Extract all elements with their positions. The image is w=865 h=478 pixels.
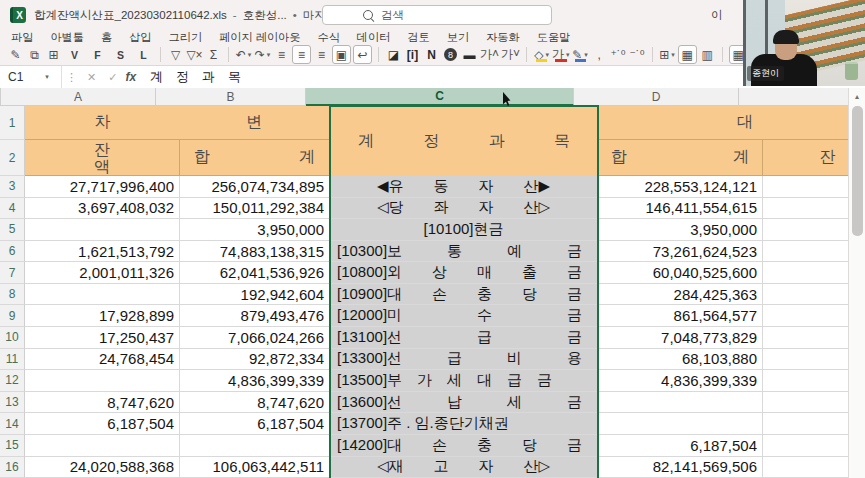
cell-c10-account[interactable]: [13100]선 급 금 [330,327,598,349]
row-header-5[interactable]: 5 [0,219,25,241]
cell-b6[interactable]: 74,883,138,315 [180,241,330,263]
row-header-13[interactable]: 13 [0,392,25,414]
cell-a6[interactable]: 1,621,513,792 [25,241,180,263]
chart-icon[interactable]: N [423,46,440,63]
column-header-B[interactable]: B [156,88,306,106]
border-all-icon[interactable]: ▦ [678,45,697,64]
cell-b14[interactable]: 6,187,504 [180,413,330,435]
menu-item-3[interactable]: 삽입 [129,30,151,45]
brackets-icon[interactable]: [i] [404,46,421,63]
fill-color-icon[interactable]: ◇▾ [533,46,550,63]
border-outside-icon[interactable]: ▥ [699,46,716,63]
row-header-14[interactable]: 14 [0,413,25,435]
column-header-D[interactable]: D [574,88,739,106]
cell-b2-total-label[interactable]: 합계 [180,140,330,176]
menu-item-5[interactable]: 페이지 레이아웃 [219,30,300,45]
cell-b3[interactable]: 256,074,734,895 [180,176,330,198]
cell-d7[interactable]: 60,040,525,600 [598,262,763,284]
cell-b15[interactable] [180,435,330,457]
account-name-partial[interactable]: 이 [711,8,723,23]
paste-icon[interactable]: ⊞ [45,46,62,63]
cell-c15-account[interactable]: [14200]대 손 충 당 금 [330,435,598,457]
cell-b13[interactable]: 8,747,620 [180,392,330,414]
row-header-12[interactable]: 12 [0,370,25,392]
cell-a11[interactable]: 24,768,454 [25,349,180,371]
row-header-15[interactable]: 15 [0,435,25,457]
align-left-icon[interactable]: ≡ [273,46,290,63]
insert-function-icon[interactable]: fx [125,70,136,84]
cell-d13[interactable] [598,392,763,414]
cell-a4[interactable]: 3,697,408,032 [25,198,180,220]
cell-a7[interactable]: 2,001,011,326 [25,262,180,284]
menu-item-8[interactable]: 검토 [407,30,429,45]
cell-c7-account[interactable]: [10800]외 상 매 출 금 [330,262,598,284]
macro-v-button[interactable]: V [66,46,83,63]
menu-item-1[interactable]: 아별툴 [50,30,84,45]
cell-c1-account-title[interactable]: 계정과목 [330,106,598,176]
cell-b4[interactable]: 150,011,292,384 [180,198,330,220]
cell-d5[interactable]: 3,950,000 [598,219,763,241]
format-painter-icon[interactable]: ✎ [7,46,24,63]
row-header-6[interactable]: 6 [0,241,25,263]
cell-a5[interactable] [25,219,180,241]
cell-a3[interactable]: 27,717,996,400 [25,176,180,198]
scrollbar-thumb[interactable] [852,106,863,236]
menu-item-10[interactable]: 자동화 [486,30,520,45]
row-header-11[interactable]: 11 [0,349,25,371]
cell-d14[interactable] [598,413,763,435]
menu-item-2[interactable]: 홈 [101,30,112,45]
highlight-icon[interactable]: ✎▾ [572,46,589,63]
copy-icon[interactable]: ⧉ [26,46,43,63]
cell-d9[interactable]: 861,564,577 [598,305,763,327]
decrease-decimal-icon[interactable]: ⁻˙⁰ [629,46,646,63]
cell-d3[interactable]: 228,553,124,121 [598,176,763,198]
align-right-icon[interactable]: ≡ [313,46,330,63]
cell-d4[interactable]: 146,411,554,615 [598,198,763,220]
increase-decimal-icon[interactable]: ⁺˙⁰ [610,46,627,63]
wrap-text-icon[interactable]: ↩ [353,45,372,64]
menu-item-0[interactable]: 파일 [11,30,33,45]
row-header-1[interactable]: 1 [0,106,25,140]
cell-d8[interactable]: 284,425,363 [598,284,763,306]
cell-b7[interactable]: 62,041,536,926 [180,262,330,284]
cell-b8[interactable]: 192,942,604 [180,284,330,306]
column-header-A[interactable]: A [1,88,156,106]
cell-c6-account[interactable]: [10300]보 통 예 금 [330,241,598,263]
menu-item-11[interactable]: 도움말 [537,30,571,45]
cell-a9[interactable]: 17,928,899 [25,305,180,327]
cell-d1-credit-title[interactable]: 대 [598,106,865,140]
name-box[interactable]: C1 ▾ [0,66,62,88]
macro-l-button[interactable]: L [135,46,152,63]
circled-8-icon[interactable]: 8 [444,48,457,61]
scroll-up-icon[interactable]: ▴ [849,88,865,104]
row-header-9[interactable]: 9 [0,305,25,327]
cell-a2-balance-label[interactable]: 잔액 [25,140,180,176]
cell-b10[interactable]: 7,066,024,266 [180,327,330,349]
cell-a1-debit-title[interactable]: 차변 [25,106,330,140]
cell-a14[interactable]: 6,187,504 [25,413,180,435]
name-box-dropdown-icon[interactable]: ▾ [45,73,49,81]
cell-a12[interactable] [25,370,180,392]
row-header-4[interactable]: 4 [0,198,25,220]
cell-b12[interactable]: 4,836,399,339 [180,370,330,392]
menu-item-7[interactable]: 데이터 [357,30,391,45]
confirm-entry-icon[interactable]: ✓ [108,71,117,84]
macro-s-button[interactable]: S [112,46,129,63]
cell-c8-account[interactable]: [10900]대 손 충 당 금 [330,284,598,306]
cell-c11-account[interactable]: [13300]선 급 비 용 [330,349,598,371]
borders-icon[interactable]: ⊞▾ [659,46,676,63]
menu-item-6[interactable]: 수식 [317,30,339,45]
filter-icon[interactable]: ▽ [167,46,184,63]
cell-c16-account[interactable]: ◁재 고 자 산▷ [330,457,598,478]
cell-b11[interactable]: 92,872,334 [180,349,330,371]
font-decrease-icon[interactable]: 가˅ [501,46,520,63]
merge-center-icon[interactable]: ▣ [332,45,351,64]
cell-d15[interactable]: 6,187,504 [598,435,763,457]
cell-d11[interactable]: 68,103,880 [598,349,763,371]
cell-c12-account[interactable]: [13500]부 가 세 대 급 금 [330,370,598,392]
cell-c5-account[interactable]: [10100]현금 [330,219,598,241]
autosum-icon[interactable]: Σ [205,46,222,63]
cell-d6[interactable]: 73,261,624,523 [598,241,763,263]
cell-d16[interactable]: 82,141,569,506 [598,457,763,478]
row-header-16[interactable]: 16 [0,457,25,478]
